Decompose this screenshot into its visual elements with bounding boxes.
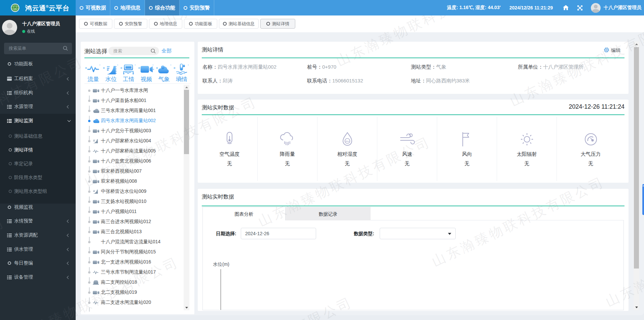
svg-text:RH: RH: [345, 140, 349, 143]
